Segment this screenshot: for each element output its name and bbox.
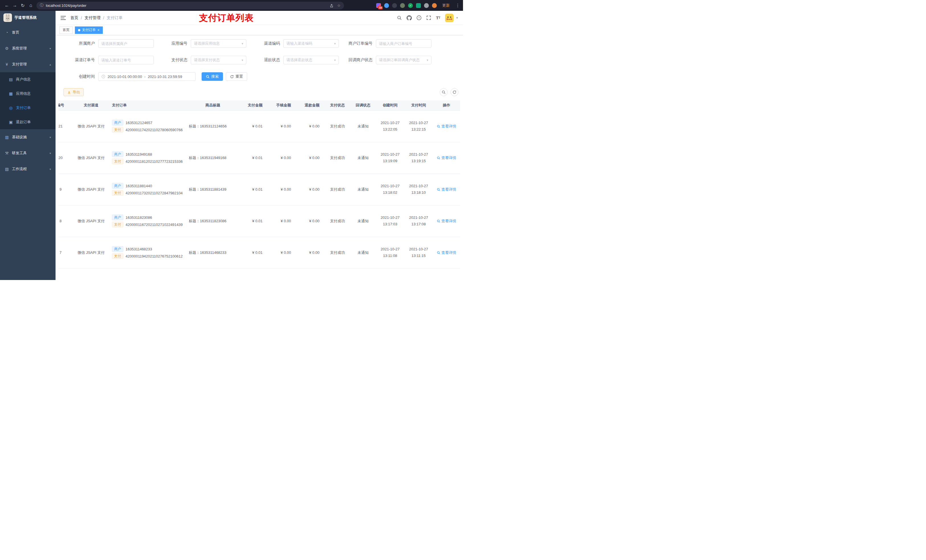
sidebar-item-system[interactable]: ⚙ 系统管理 bbox=[0, 41, 56, 56]
col-channel: 支付渠道 bbox=[73, 100, 110, 110]
help-icon[interactable]: ? bbox=[416, 15, 421, 20]
workflow-icon: ▧ bbox=[5, 167, 9, 171]
browser-refresh-button[interactable]: ↻ bbox=[19, 2, 27, 9]
extension-chat-icon[interactable] bbox=[416, 3, 421, 8]
chevron-down-icon bbox=[427, 58, 428, 62]
export-button[interactable]: 导出 bbox=[64, 88, 84, 96]
app-no-select[interactable]: 请选择应用信息 bbox=[191, 39, 246, 48]
col-refund: 退款金额 bbox=[296, 100, 325, 110]
pay-order-cell: 商户 1635311881440 支付 42000011732021102728… bbox=[110, 174, 186, 205]
sidebar-item-refund-order[interactable]: ▣ 退款订单 bbox=[0, 115, 56, 129]
order-id: 21 bbox=[58, 110, 73, 142]
pin-icon[interactable] bbox=[424, 3, 429, 8]
sidebar-item-pay-order[interactable]: ◎ 支付订单 bbox=[0, 101, 56, 115]
github-icon[interactable] bbox=[407, 15, 412, 21]
view-detail-link[interactable]: 查看详情 bbox=[437, 187, 456, 192]
pay-tag: 支付 bbox=[112, 253, 123, 259]
font-size-icon[interactable]: TT bbox=[436, 15, 440, 20]
view-detail-link[interactable]: 查看详情 bbox=[437, 250, 456, 255]
browser-back-button[interactable]: ← bbox=[3, 2, 11, 9]
pay-channel: 微信 JSAPI 支付 bbox=[73, 110, 110, 142]
sidebar-item-payment[interactable]: ¥ 支付管理 bbox=[0, 56, 56, 72]
reset-button[interactable]: 重置 bbox=[226, 72, 247, 81]
merchant-tag: 商户 bbox=[112, 183, 123, 189]
merchant-tag: 商户 bbox=[112, 214, 123, 220]
pay-tag: 支付 bbox=[112, 158, 123, 164]
channel-code-select[interactable]: 请输入渠道编码 bbox=[283, 39, 339, 48]
goods-title: 标题：1635311881439 bbox=[186, 174, 239, 205]
paid-time-cell: 2021-10-2713:11:15 bbox=[404, 237, 433, 268]
callback-status: 未通知 bbox=[350, 237, 376, 268]
browser-update-button[interactable]: 更新 bbox=[440, 2, 452, 9]
callback-status-select[interactable]: 请选择订单回调商户状态 bbox=[376, 56, 431, 64]
table-row: 9 微信 JSAPI 支付 商户 1635311881440 支付 420000… bbox=[58, 174, 460, 205]
sidebar-item-dev-tools[interactable]: ⚒ 研发工具 bbox=[0, 145, 56, 161]
tab-home[interactable]: 首页 bbox=[59, 26, 73, 34]
create-time-range-picker[interactable]: 2021-10-01 00:00:00 - 2021-10-31 23:59:5… bbox=[98, 72, 196, 81]
site-info-icon[interactable]: ⓘ bbox=[40, 3, 44, 8]
extension-check-icon[interactable]: ✓ bbox=[408, 3, 413, 8]
view-detail-link[interactable]: 查看详情 bbox=[437, 155, 456, 160]
profile-avatar-icon[interactable] bbox=[432, 3, 437, 8]
tab-pay-order[interactable]: 支付订单 × bbox=[75, 26, 103, 34]
share-icon[interactable] bbox=[330, 3, 334, 8]
extension-icon[interactable] bbox=[384, 3, 389, 8]
pay-order-cell: 商户 1635311468233 支付 42000011942021102767… bbox=[110, 237, 186, 268]
merchant-tag: 商户 bbox=[112, 246, 123, 252]
merchant-order-no: 1635311823086 bbox=[126, 216, 152, 220]
pay-status: 支付成功 bbox=[325, 142, 350, 174]
refresh-icon[interactable] bbox=[451, 88, 458, 96]
pay-tag: 支付 bbox=[112, 222, 123, 227]
pay-amount: ¥ 0.01 bbox=[239, 142, 268, 174]
app-logo[interactable]: 芋道管理系统 bbox=[0, 11, 56, 24]
order-table[interactable]: 编号 支付渠道 支付订单 商品标题 支付金额 手续金额 退款金额 支付状态 回调… bbox=[58, 100, 460, 280]
browser-home-button[interactable]: ⌂ bbox=[27, 2, 35, 9]
yen-icon: ¥ bbox=[5, 62, 9, 66]
view-detail-link[interactable]: 查看详情 bbox=[437, 219, 456, 223]
fullscreen-icon[interactable] bbox=[426, 15, 431, 20]
extension-icon[interactable] bbox=[392, 3, 397, 8]
paid-time-cell: 2021-10-2713:17:08 bbox=[404, 205, 433, 237]
merchant-input[interactable] bbox=[98, 39, 154, 48]
browser-menu-icon[interactable]: ⋮ bbox=[455, 3, 460, 8]
table-row: 7 微信 JSAPI 支付 商户 1635311468233 支付 420000… bbox=[58, 237, 460, 268]
refund-status-select[interactable]: 请选择退款状态 bbox=[283, 56, 339, 64]
address-bar[interactable]: ⓘ localhost:1024/pay/order ☆ bbox=[36, 2, 344, 9]
sidebar-item-workflow[interactable]: ▧ 工作流程 bbox=[0, 161, 56, 177]
avatar-caret-icon[interactable]: ▾ bbox=[456, 16, 458, 20]
close-icon[interactable]: × bbox=[97, 28, 100, 32]
toggle-search-icon[interactable] bbox=[440, 88, 448, 96]
merchant-order-no: 1635311468233 bbox=[126, 247, 152, 251]
avatar[interactable] bbox=[445, 14, 454, 22]
goods-title: 标题：1635311468233 bbox=[186, 237, 239, 268]
merchant-label: 所属商户 bbox=[64, 41, 95, 46]
breadcrumb-payment[interactable]: 支付管理 bbox=[85, 15, 100, 21]
search-icon[interactable] bbox=[397, 15, 402, 20]
search-button[interactable]: 搜索 bbox=[201, 72, 223, 81]
browser-forward-button[interactable]: → bbox=[11, 2, 19, 9]
app-no-label: 应用编号 bbox=[156, 41, 188, 46]
active-dot-icon bbox=[78, 29, 80, 31]
view-detail-link[interactable]: 查看详情 bbox=[437, 124, 456, 129]
sidebar-item-app-info[interactable]: ▦ 应用信息 bbox=[0, 86, 56, 101]
channel-order-no-input[interactable] bbox=[98, 56, 154, 64]
refund-amount: ¥ 0.00 bbox=[296, 174, 325, 205]
extension-icon[interactable] bbox=[400, 3, 405, 8]
start-date: 2021-10-01 00:00:00 bbox=[107, 74, 142, 79]
callback-status: 未通知 bbox=[350, 205, 376, 237]
order-target-icon: ◎ bbox=[9, 106, 13, 110]
bookmark-star-icon[interactable]: ☆ bbox=[337, 3, 340, 8]
hamburger-icon[interactable] bbox=[61, 16, 66, 20]
chevron-down-icon bbox=[50, 47, 51, 50]
sidebar-item-home[interactable]: ◔ 首页 bbox=[0, 24, 56, 41]
filter-form: 所属商户 应用编号 请选择应用信息 渠道编码 bbox=[56, 39, 463, 89]
sidebar-item-infrastructure[interactable]: ▥ 基础设施 bbox=[0, 129, 56, 145]
merchant-order-no-input[interactable] bbox=[376, 39, 431, 48]
extension-icon[interactable]: 10 bbox=[376, 3, 381, 8]
pay-amount: ¥ 0.01 bbox=[239, 205, 268, 237]
callback-status: 未通知 bbox=[350, 174, 376, 205]
pay-status-select[interactable]: 请选择支付状态 bbox=[191, 56, 246, 64]
chevron-down-icon bbox=[242, 58, 243, 62]
breadcrumb-home[interactable]: 首页 bbox=[70, 15, 78, 21]
sidebar-item-merchant-info[interactable]: ▤ 商户信息 bbox=[0, 72, 56, 86]
